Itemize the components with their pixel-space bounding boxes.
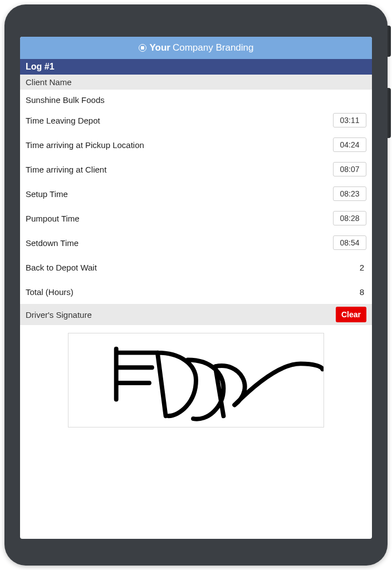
client-name-value: Sunshine Bulk Foods xyxy=(20,90,372,108)
row-value: 8 xyxy=(360,287,366,297)
row-label: Setdown Time xyxy=(26,238,333,248)
log-row: Setdown Time xyxy=(20,230,372,255)
row-label: Setup Time xyxy=(26,189,333,199)
signature-header: Driver's Signature Clear xyxy=(20,304,372,325)
row-label: Back to Depot Wait xyxy=(26,263,360,272)
log-title: Log #1 xyxy=(20,59,372,75)
time-input[interactable] xyxy=(333,113,366,127)
row-label: Total (Hours) xyxy=(26,287,360,297)
signature-label: Driver's Signature xyxy=(26,310,92,320)
row-label: Time arriving at Client xyxy=(26,165,333,174)
log-row: Setup Time xyxy=(20,181,372,206)
time-input[interactable] xyxy=(333,162,366,176)
row-label: Time Leaving Depot xyxy=(26,116,333,125)
brand-rest: Company Branding xyxy=(173,42,254,53)
log-row: Back to Depot Wait2 xyxy=(20,255,372,279)
log-row: Pumpout Time xyxy=(20,206,372,230)
client-name-label: Client Name xyxy=(26,77,72,87)
time-input[interactable] xyxy=(333,137,366,152)
client-name-header: Client Name xyxy=(20,75,372,90)
brand-logo-icon xyxy=(139,44,146,52)
log-row: Time arriving at Client xyxy=(20,157,372,181)
log-row: Time arriving at Pickup Location xyxy=(20,132,372,157)
clear-button[interactable]: Clear xyxy=(336,307,366,322)
log-row: Total (Hours)8 xyxy=(20,279,372,304)
log-row: Time Leaving Depot xyxy=(20,108,372,132)
brand-bold: Your xyxy=(150,42,170,53)
row-label: Pumpout Time xyxy=(26,214,333,223)
time-input[interactable] xyxy=(333,186,366,201)
time-input[interactable] xyxy=(333,235,366,250)
signature-wrap xyxy=(20,325,372,435)
row-value: 2 xyxy=(360,263,366,272)
brand-bar: Your Company Branding xyxy=(20,37,372,59)
time-input[interactable] xyxy=(333,211,366,225)
signature-stroke xyxy=(68,333,324,427)
row-label: Time arriving at Pickup Location xyxy=(26,140,333,150)
signature-pad[interactable] xyxy=(68,333,324,428)
app-screen: Your Company Branding Log #1 Client Name… xyxy=(20,37,372,539)
tablet-frame: Your Company Branding Log #1 Client Name… xyxy=(4,4,388,566)
